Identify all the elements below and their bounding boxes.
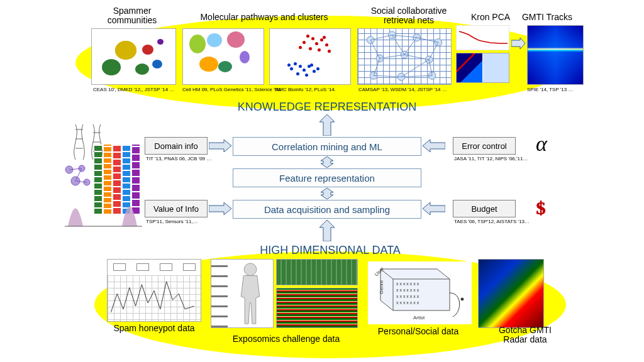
svg-marker-11 [511, 38, 525, 49]
thumb-spammer-cluster [91, 28, 176, 85]
cite-spammer: CEAS 10', DMKD '12,, JSTSP '14 … [93, 87, 174, 92]
thumb-gotcha-radar [478, 259, 544, 328]
thumb-exposomics-matrix [276, 288, 358, 328]
cite-gmti: SPIE '14, TSP '13 … [527, 87, 573, 92]
cite-molecular-a: Cell HM 09, PLoS Genetics '11, Science T… [182, 87, 281, 92]
svg-text:x x x x x x x: x x x x x x x [396, 288, 419, 292]
high-dimensional-data-title: HIGH DIMENSIONAL DATA [233, 244, 428, 257]
thumb-exposomics-timeline [276, 259, 358, 285]
svg-marker-13 [321, 156, 333, 168]
box-feature-representation: Feature representation [233, 168, 421, 187]
svg-text:Artist: Artist [413, 315, 425, 321]
cite-value: TSP'11, Sensors '11,… [146, 219, 198, 224]
svg-marker-12 [319, 114, 335, 136]
svg-point-31 [244, 263, 257, 276]
label-social-collaborative: Social collaborative retrieval nets [352, 6, 465, 26]
box-error-control: Error control [453, 137, 516, 155]
symbol-alpha: α [536, 132, 547, 156]
label-molecular-pathways: Molecular pathways and clusters [186, 13, 343, 22]
svg-point-43 [461, 298, 464, 300]
thumb-exposomics-body [211, 259, 274, 328]
thumb-spam-honeypot [107, 259, 201, 322]
cite-social: CAMSAP '13, WSDM '14, JSTSP '14 … [358, 87, 447, 92]
img-histograms [62, 196, 143, 228]
svg-text:x x x x x x x: x x x x x x x [396, 294, 419, 299]
svg-text:Genre: Genre [379, 280, 384, 294]
box-correlation-mining: Correlation mining and ML [233, 137, 421, 156]
box-data-acquisition: Data acquisition and sampling [233, 200, 421, 219]
cite-molecular-b: BMC Bioinfo '12, PLoS '14. [275, 87, 336, 92]
label-kron-pca: Kron PCA [465, 13, 516, 22]
arrow-error-to-center [423, 140, 445, 155]
cite-error: JASA '11, TIT '12, NIPS '06,'11… [454, 156, 528, 162]
arrow-down-bottom [314, 220, 340, 244]
svg-marker-14 [321, 188, 333, 199]
arrow-up-top [314, 114, 340, 138]
box-domain-info: Domain info [145, 137, 208, 155]
arrow-domain-to-center [209, 140, 231, 155]
arrow-value-to-center [209, 202, 231, 217]
svg-text:x x x x x x x: x x x x x x x [396, 282, 419, 286]
label-gotcha-radar: Gotcha GMTI Radar data [484, 326, 566, 345]
svg-marker-19 [423, 202, 445, 215]
arrow-pca-to-gmti [511, 38, 525, 52]
thumb-molecular-scatter [269, 28, 351, 85]
img-cell-pathway [63, 162, 93, 192]
arrow-budget-to-center [423, 202, 445, 217]
cite-budget: TAES '06, TSP'12, AISTATS '13… [454, 219, 530, 224]
svg-point-0 [367, 36, 374, 44]
cite-domain: TIT '13, PNAS 06, JCB '09 … [146, 156, 211, 162]
svg-marker-18 [423, 140, 445, 152]
social-net-svg [358, 29, 451, 84]
thumb-kronpca-curve [456, 25, 509, 50]
thumb-gmti-spectrogram [527, 25, 584, 85]
symbol-dollar: $ [536, 197, 545, 219]
svg-marker-15 [319, 220, 335, 241]
thumb-kronpca-matrices [456, 53, 509, 83]
label-personal-social: Personal/Social data [365, 327, 472, 336]
label-spammer-communities: Spammer communities [94, 6, 170, 26]
thumb-social-net [357, 28, 452, 85]
svg-marker-16 [209, 140, 231, 152]
thumb-personal-social: Genre User Artist x x x x x x xx x x x x… [368, 261, 472, 324]
label-exposomics: Exposomics challenge data [214, 334, 358, 344]
knowledge-representation-title: KNOWLEDGE REPRESENTATION [226, 101, 428, 114]
box-value-of-info: Value of Info [145, 200, 208, 217]
thumb-molecular-map [182, 28, 264, 85]
label-spam-honeypot: Spam honeypot data [101, 324, 208, 333]
svg-text:x x x x x x x: x x x x x x x [396, 300, 419, 305]
label-gmti-tracks: GMTI Tracks [516, 13, 579, 22]
svg-rect-10 [456, 25, 509, 50]
box-budget: Budget [453, 200, 516, 217]
svg-marker-17 [209, 202, 231, 215]
